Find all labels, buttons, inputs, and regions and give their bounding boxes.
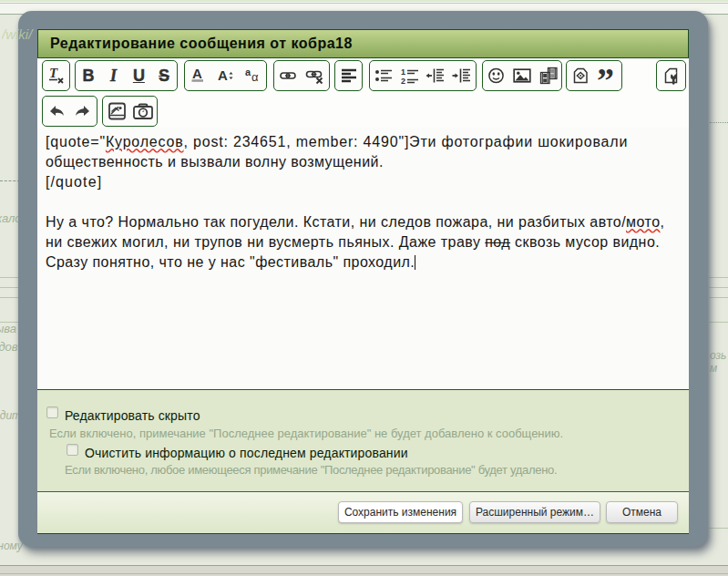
svg-text:a: a	[245, 67, 251, 77]
svg-text:A: A	[218, 67, 228, 83]
svg-text:T: T	[49, 66, 58, 80]
svg-text:”: ”	[597, 65, 614, 87]
svg-text:2: 2	[401, 77, 405, 86]
svg-text:A: A	[192, 66, 202, 81]
svg-text:1: 1	[401, 67, 405, 77]
svg-text:α: α	[251, 70, 259, 84]
